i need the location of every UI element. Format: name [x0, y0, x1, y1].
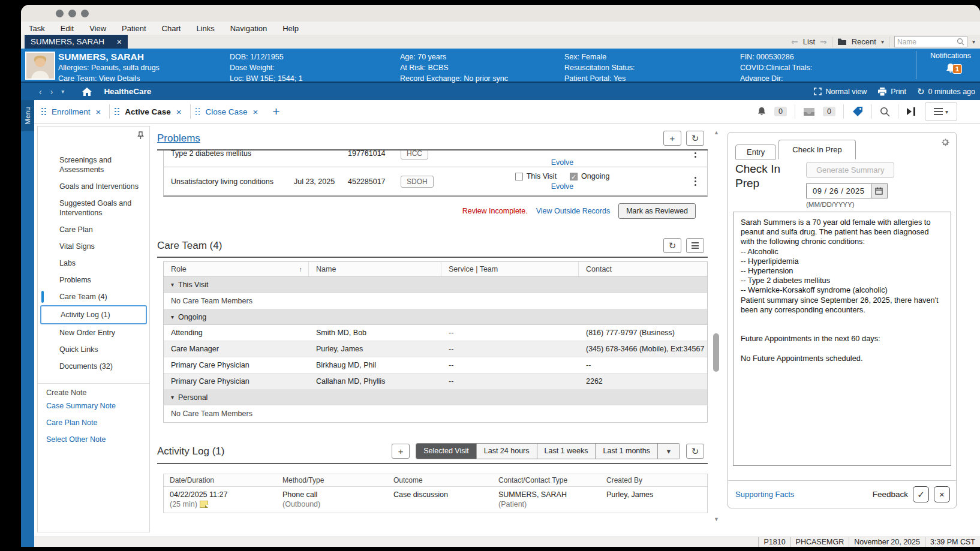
care-team-refresh-button[interactable]: ↻ — [663, 238, 681, 253]
col-contact[interactable]: Contact — [579, 262, 707, 276]
care-team-row[interactable]: Care ManagerPurley, James --(345) 678-34… — [164, 341, 707, 357]
list-label[interactable]: List — [803, 37, 815, 46]
sidebar-item-activity-log[interactable]: Activity Log (1) — [40, 305, 147, 324]
tab-active-case[interactable]: Active Case × — [110, 100, 190, 123]
filter-dropdown-icon[interactable]: ▾ — [658, 444, 680, 459]
sidebar-item-suggested-goals-and-interventions[interactable]: Suggested Goals and Interventions — [38, 195, 149, 221]
main-scrollbar[interactable]: ▲ ▼ — [713, 130, 720, 522]
calendar-icon[interactable] — [871, 183, 888, 198]
problems-refresh-button[interactable]: ↻ — [686, 131, 704, 146]
scroll-up-icon[interactable]: ▲ — [713, 130, 720, 136]
window-close-button[interactable] — [56, 10, 64, 17]
activity-refresh-button[interactable]: ↻ — [686, 444, 704, 459]
patient-search-input[interactable]: Name — [894, 36, 967, 47]
recent-caret-icon[interactable]: ▾ — [881, 38, 884, 45]
col-name[interactable]: Name — [309, 262, 441, 276]
menu-chart[interactable]: Chart — [162, 24, 181, 33]
activity-add-button[interactable]: + — [392, 444, 410, 459]
search-icon[interactable] — [880, 107, 890, 117]
history-caret-icon[interactable]: ▾ — [61, 88, 64, 95]
care-team-row[interactable]: Primary Care PhysicianBirkhaug MD, Phil … — [164, 357, 707, 374]
col-contact-type[interactable]: Contact/Contact Type — [492, 476, 600, 484]
col-method-type[interactable]: Method/Type — [276, 476, 387, 484]
sidebar-item-vital-signs[interactable]: Vital Signs — [38, 238, 149, 255]
col-date-duration[interactable]: Date/Duration — [164, 476, 276, 484]
list-back-icon[interactable]: ⇐ — [791, 37, 798, 47]
view-menu-button[interactable]: ▾ — [925, 102, 957, 121]
print-button[interactable]: Print — [877, 88, 906, 96]
patient-tab-close-icon[interactable]: × — [117, 37, 122, 47]
menu-links[interactable]: Links — [196, 24, 214, 33]
problems-row-clipped[interactable]: Type 2 diabetes mellitus 197761014 HCC E… — [164, 150, 707, 167]
normal-view-button[interactable]: Normal view — [814, 88, 867, 96]
add-tab-button[interactable]: + — [272, 104, 279, 119]
search-options-caret-icon[interactable]: ▾ — [972, 38, 975, 45]
col-outcome[interactable]: Outcome — [387, 476, 492, 484]
mark-as-reviewed-button[interactable]: Mark as Reviewed — [618, 203, 696, 219]
tab-active-case-close-icon[interactable]: × — [176, 107, 182, 117]
filter-last-24-hours[interactable]: Last 24 hours — [477, 444, 537, 459]
tab-enrollment[interactable]: Enrollment × — [37, 100, 109, 123]
sidebar-item-documents[interactable]: Documents (32) — [38, 358, 149, 375]
list-forward-icon[interactable]: ⇒ — [820, 37, 827, 47]
care-team-row[interactable]: Primary Care PhysicianCallahan MD, Phyll… — [164, 374, 707, 390]
recent-button[interactable]: Recent — [852, 37, 876, 46]
alerts-bell-icon[interactable] — [757, 107, 766, 117]
menu-navigation[interactable]: Navigation — [230, 24, 267, 33]
home-icon[interactable] — [82, 88, 92, 96]
filter-selected-visit[interactable]: Selected Visit — [416, 444, 477, 459]
tab-close-case[interactable]: Close Case × — [191, 100, 267, 123]
tab-entry[interactable]: Entry — [735, 144, 776, 159]
tag-icon[interactable] — [852, 106, 864, 118]
problems-title-link[interactable]: Problems — [157, 133, 200, 144]
view-outside-records-link[interactable]: View Outside Records — [536, 207, 610, 215]
activity-row[interactable]: 04/22/2025 11:27 (25 min) Phone call(Out… — [164, 487, 707, 513]
sidebar-item-quick-links[interactable]: Quick Links — [38, 341, 149, 358]
feedback-reject-button[interactable]: × — [934, 486, 950, 502]
inbox-icon[interactable] — [803, 107, 815, 116]
group-personal[interactable]: ▾Personal — [164, 390, 707, 405]
refresh-button[interactable]: ↻ 0 minutes ago — [917, 86, 975, 97]
scroll-down-icon[interactable]: ▼ — [713, 516, 720, 522]
menu-task[interactable]: Task — [29, 24, 45, 33]
sidebar-item-screenings-and-assessments[interactable]: Screenings and Assessments — [38, 152, 149, 178]
evolve-link[interactable]: Evolve — [551, 158, 574, 167]
gear-icon[interactable] — [940, 137, 950, 147]
scrollbar-thumb[interactable] — [713, 333, 719, 372]
forward-icon[interactable]: › — [50, 87, 53, 97]
window-minimize-button[interactable] — [68, 10, 76, 17]
collapse-panel-icon[interactable] — [906, 107, 917, 116]
sidebar-item-care-team[interactable]: Care Team (4) — [38, 288, 149, 305]
tab-enrollment-close-icon[interactable]: × — [96, 107, 101, 117]
window-controls[interactable] — [56, 10, 89, 17]
menu-view[interactable]: View — [89, 24, 106, 33]
row-menu-icon[interactable] — [683, 177, 707, 186]
col-created-by[interactable]: Created By — [600, 476, 707, 484]
menu-edit[interactable]: Edit — [61, 24, 74, 33]
select-other-note-link[interactable]: Select Other Note — [38, 430, 149, 447]
notifications-area[interactable]: Notifications 1 — [924, 51, 978, 77]
filter-last-1-weeks[interactable]: Last 1 weeks — [537, 444, 596, 459]
tab-check-in-prep[interactable]: Check In Prep — [778, 140, 855, 159]
group-ongoing[interactable]: ▾Ongoing — [164, 309, 707, 325]
care-team-row[interactable]: AttendingSmith MD, Bob --(816) 777-9797 … — [164, 325, 707, 341]
col-role[interactable]: Role↑ — [164, 262, 309, 276]
menu-help[interactable]: Help — [282, 24, 299, 33]
ongoing-checkbox[interactable]: ✓ — [570, 173, 578, 180]
note-attachment-icon[interactable] — [200, 501, 208, 508]
menu-vertical-tab[interactable]: Menu — [21, 100, 34, 131]
this-visit-checkbox[interactable] — [515, 173, 523, 180]
menu-patient[interactable]: Patient — [122, 24, 146, 33]
supporting-facts-link[interactable]: Supporting Facts — [735, 490, 794, 499]
sidebar-item-new-order-entry[interactable]: New Order Entry — [38, 324, 149, 341]
pin-icon[interactable] — [137, 131, 144, 140]
sidebar-item-goals-and-interventions[interactable]: Goals and Interventions — [38, 178, 149, 195]
care-team-list-button[interactable] — [686, 238, 704, 253]
generate-summary-button[interactable]: Generate Summary — [806, 162, 894, 178]
group-this-visit[interactable]: ▾This Visit — [164, 277, 707, 293]
problems-row[interactable]: Unsatisfactory living conditions Jul 23,… — [164, 167, 707, 195]
sidebar-item-labs[interactable]: Labs — [38, 255, 149, 272]
feedback-approve-button[interactable]: ✓ — [913, 486, 929, 502]
col-service-team[interactable]: Service | Team — [441, 262, 579, 276]
evolve-link[interactable]: Evolve — [551, 182, 574, 191]
